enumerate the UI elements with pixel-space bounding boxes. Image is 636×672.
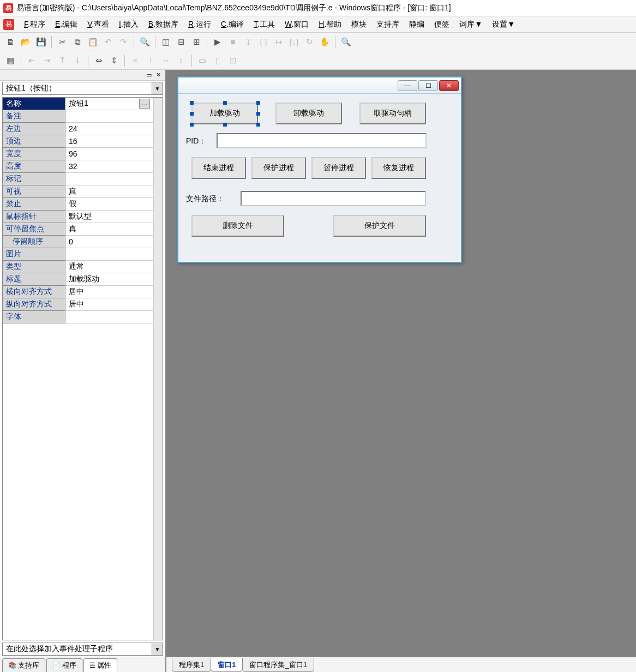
end-process-button[interactable]: 结束进程 bbox=[191, 157, 246, 179]
load-driver-button[interactable]: 加载驱动 bbox=[191, 103, 258, 124]
find-button[interactable]: 🔍 bbox=[339, 35, 353, 49]
property-row[interactable]: 图片 bbox=[3, 248, 153, 261]
center-h-button[interactable]: ⇔ bbox=[92, 53, 106, 68]
property-value[interactable] bbox=[65, 248, 153, 261]
property-value[interactable]: 0 bbox=[65, 236, 153, 248]
menu-item[interactable]: C.编译 bbox=[217, 18, 248, 31]
property-row[interactable]: 备注 bbox=[3, 110, 153, 123]
property-value[interactable]: 96 bbox=[65, 148, 153, 160]
pause-process-button[interactable]: 暂停进程 bbox=[311, 157, 366, 179]
dock-pin-icon[interactable]: ▭ bbox=[145, 71, 153, 79]
property-row[interactable]: 高度32 bbox=[3, 160, 153, 173]
property-row[interactable]: 标记 bbox=[3, 173, 153, 185]
same-height-button[interactable]: ⫶ bbox=[143, 53, 158, 68]
chevron-down-icon[interactable]: ▼ bbox=[152, 643, 163, 655]
close-button[interactable]: ✕ bbox=[439, 80, 459, 91]
grid-button[interactable]: ▦ bbox=[3, 53, 17, 68]
pid-input[interactable] bbox=[217, 133, 427, 148]
resize-handle[interactable] bbox=[256, 123, 260, 127]
menu-item[interactable]: 设置▼ bbox=[488, 18, 519, 31]
property-value[interactable]: 居中 bbox=[65, 286, 153, 298]
menu-item[interactable]: 便签 bbox=[430, 18, 454, 31]
menu-item[interactable]: 模块 bbox=[347, 18, 371, 31]
property-value[interactable] bbox=[65, 311, 153, 323]
menu-item[interactable]: I.插入 bbox=[115, 18, 143, 31]
open-file-button[interactable]: 📂 bbox=[19, 35, 33, 49]
property-value[interactable]: 16 bbox=[65, 135, 153, 148]
property-row[interactable]: 停留顺序0 bbox=[3, 236, 153, 248]
left-tab[interactable]: ☰属性 bbox=[83, 658, 117, 672]
property-row[interactable]: 宽度96 bbox=[3, 148, 153, 160]
hand-button[interactable]: ✋ bbox=[317, 35, 332, 49]
redo-button[interactable]: ↷ bbox=[116, 35, 130, 49]
new-file-button[interactable]: 🗎 bbox=[3, 35, 17, 49]
align-bottom-button[interactable]: ⤓ bbox=[70, 53, 85, 68]
align-top-button[interactable]: ⤒ bbox=[55, 53, 69, 68]
menu-item[interactable]: T.工具 bbox=[249, 18, 279, 31]
paste-button[interactable]: 📋 bbox=[86, 35, 100, 49]
property-row[interactable]: 左边24 bbox=[3, 123, 153, 135]
save-file-button[interactable]: 💾 bbox=[34, 35, 48, 49]
menu-item[interactable]: H.帮助 bbox=[314, 18, 346, 31]
minimize-button[interactable]: — bbox=[398, 80, 417, 91]
unload-driver-button[interactable]: 卸载驱动 bbox=[275, 103, 342, 124]
resize-handle[interactable] bbox=[190, 123, 194, 127]
step-over-button[interactable]: ⤵ bbox=[241, 35, 255, 49]
layout1-button[interactable]: ◫ bbox=[159, 35, 173, 49]
event-selector-combo[interactable]: 在此处选择加入事件处理子程序 ▼ bbox=[2, 643, 163, 656]
form-window[interactable]: — ☐ ✕ 加载驱动 卸载驱动 取驱动句柄 PID bbox=[177, 76, 462, 263]
property-row[interactable]: 顶边16 bbox=[3, 135, 153, 148]
property-value[interactable]: 按钮1… bbox=[65, 98, 153, 110]
protect-process-button[interactable]: 保护进程 bbox=[251, 157, 306, 179]
property-row[interactable]: 字体 bbox=[3, 311, 153, 323]
property-value[interactable]: 真 bbox=[65, 185, 153, 198]
property-row[interactable]: 纵向对齐方式居中 bbox=[3, 298, 153, 311]
property-value[interactable]: 24 bbox=[65, 123, 153, 135]
group-button[interactable]: ⊡ bbox=[226, 53, 240, 68]
property-row[interactable]: 横向对齐方式居中 bbox=[3, 286, 153, 298]
property-value[interactable] bbox=[65, 173, 153, 185]
same-width-button[interactable]: ≡ bbox=[128, 53, 142, 68]
property-value[interactable]: 32 bbox=[65, 160, 153, 173]
step-into-button[interactable]: { } bbox=[256, 35, 271, 49]
preview-button[interactable]: 🔍 bbox=[137, 35, 152, 49]
editor-tab[interactable]: 程序集1 bbox=[172, 658, 211, 672]
object-selector-combo[interactable]: ▼ bbox=[2, 82, 163, 95]
property-row[interactable]: 可停留焦点真 bbox=[3, 223, 153, 236]
layout3-button[interactable]: ⊞ bbox=[189, 35, 203, 49]
dock-close-icon[interactable]: ✕ bbox=[155, 71, 162, 79]
property-scrollbar[interactable] bbox=[153, 98, 163, 640]
stop-button[interactable]: ■ bbox=[226, 35, 240, 49]
resize-handle[interactable] bbox=[223, 101, 227, 105]
menu-item[interactable]: W.窗口 bbox=[280, 18, 313, 31]
property-row[interactable]: 标题加载驱动 bbox=[3, 273, 153, 286]
form-body[interactable]: 加载驱动 卸载驱动 取驱动句柄 PID： 结束进程 保护进程 暂停进程 恢复进程 bbox=[178, 94, 461, 262]
menu-item[interactable]: 词库▼ bbox=[455, 18, 487, 31]
undo-button[interactable]: ↶ bbox=[101, 35, 115, 49]
delete-file-button[interactable]: 删除文件 bbox=[191, 215, 284, 237]
property-value[interactable]: 假 bbox=[65, 198, 153, 211]
property-value[interactable] bbox=[65, 110, 153, 123]
center-v-button[interactable]: ⇕ bbox=[107, 53, 121, 68]
dist-h-button[interactable]: ↔ bbox=[159, 53, 173, 68]
resize-handle[interactable] bbox=[190, 101, 194, 105]
align-left-button[interactable]: ⇤ bbox=[25, 53, 39, 68]
editor-tab[interactable]: 窗口程序集_窗口1 bbox=[242, 658, 314, 672]
resize-handle[interactable] bbox=[256, 101, 260, 105]
ellipsis-button[interactable]: … bbox=[139, 99, 150, 109]
editor-tab[interactable]: 窗口1 bbox=[211, 658, 243, 672]
resize-handle[interactable] bbox=[190, 112, 194, 116]
send-back-button[interactable]: ▯ bbox=[211, 53, 225, 68]
dist-v-button[interactable]: ↕ bbox=[174, 53, 188, 68]
property-value[interactable]: 默认型 bbox=[65, 211, 153, 223]
menu-item[interactable]: E.编辑 bbox=[51, 18, 82, 31]
property-row[interactable]: 名称按钮1… bbox=[3, 98, 153, 110]
copy-button[interactable]: ⧉ bbox=[70, 35, 85, 49]
menu-item[interactable]: B.数据库 bbox=[144, 18, 183, 31]
property-row[interactable]: 鼠标指针默认型 bbox=[3, 211, 153, 223]
get-handle-button[interactable]: 取驱动句柄 bbox=[359, 103, 426, 124]
menu-item[interactable]: 支持库 bbox=[372, 18, 404, 31]
menu-item[interactable]: F.程序 bbox=[20, 18, 50, 31]
maximize-button[interactable]: ☐ bbox=[418, 80, 438, 91]
run-button[interactable]: ▶ bbox=[211, 35, 225, 49]
